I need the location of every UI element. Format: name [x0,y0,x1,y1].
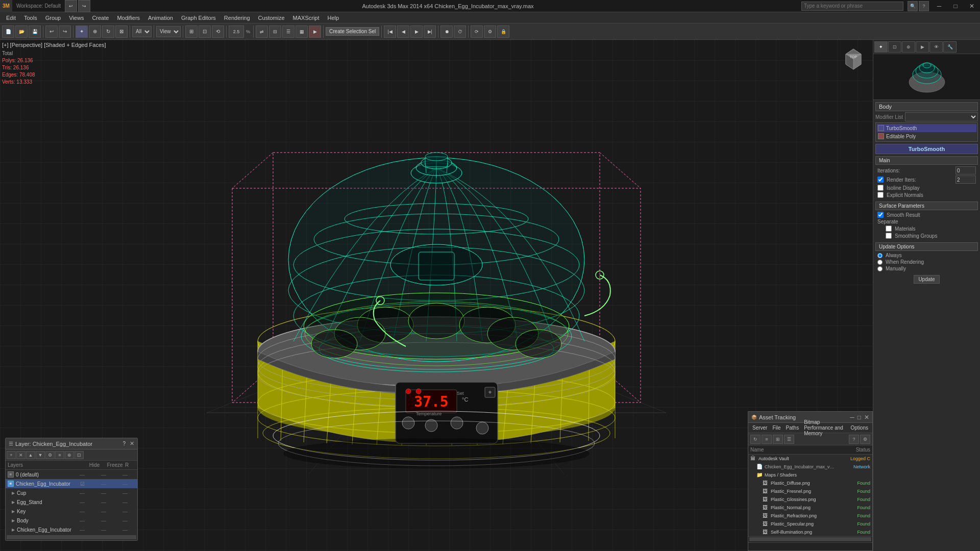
asset-maximize-btn[interactable]: □ [857,414,861,421]
layer-item-incubator[interactable]: ■ Chicken_Egg_Incubator ☑ — — [6,479,137,488]
layer-item-key[interactable]: ▶ Key — — — [6,507,137,516]
scale-btn[interactable]: ⊠ [115,26,128,38]
ts-materials-check[interactable] [886,226,892,232]
layers-scrollbar[interactable] [6,534,137,540]
percent-input[interactable]: 2.5 [229,26,244,38]
layers-title-bar[interactable]: ☰ Layer: Chicken_Egg_Incubator ? ✕ [6,438,137,449]
modifier-turbosmooth[interactable]: TurboSmooth [877,124,976,132]
menu-views[interactable]: Views [65,14,88,22]
asset-row-refraction[interactable]: 🖼 Plastic_Refraction.png Found [748,512,872,520]
asset-row-vault[interactable]: 🏛 Autodesk Vault Logged C [748,455,872,463]
menu-group[interactable]: Group [41,14,65,22]
time-config-btn[interactable]: ⏱ [454,26,466,38]
menu-animation[interactable]: Animation [144,14,177,22]
menu-help[interactable]: Help [324,14,344,22]
menu-customize[interactable]: Customize [254,14,289,22]
asset-row-selfillum[interactable]: 🖼 Self-illumination.png Found [748,528,872,536]
snap2d-btn[interactable]: ⊡ [199,26,211,38]
asset-row-fresnel[interactable]: 🖼 Plastic_Fresnel.png Found [748,487,872,495]
angle-snap-btn[interactable]: ⟲ [212,26,224,38]
rp-tab-motion[interactable]: ▶ [916,41,929,53]
asset-minimize-btn[interactable]: ─ [850,414,854,421]
asset-close-btn[interactable]: ✕ [864,414,869,421]
layer-btn[interactable]: ☰ [282,26,295,38]
move-btn[interactable]: ⊕ [89,26,101,38]
layer-move-down-btn[interactable]: ▼ [36,451,45,459]
layer-extra-btn[interactable]: ⊕ [65,451,74,459]
asset-menu-server[interactable]: Server [750,424,769,431]
rp-tab-modify[interactable]: ⊡ [888,41,901,53]
asset-row-glossines[interactable]: 🖼 Plastic_Glossines.png Found [748,495,872,504]
ts-manually-radio[interactable] [877,266,883,271]
layer-item-default[interactable]: ■ 0 (default) — — — [6,470,137,479]
search-icon[interactable]: 🔍 [908,1,918,11]
align-btn[interactable]: ⊟ [269,26,281,38]
menu-modifiers[interactable]: Modifiers [113,14,144,22]
layer-item-body[interactable]: ▶ Body — — — [6,516,137,525]
layer-extra2-btn[interactable]: ⊡ [75,451,84,459]
filter-select[interactable]: All [132,26,152,37]
extra-btn3[interactable]: 🔒 [497,26,509,38]
select-btn[interactable]: ✦ [76,26,88,38]
minimize-btn[interactable]: ─ [931,0,947,12]
ts-render-iters-check[interactable] [877,177,884,183]
ts-update-btn[interactable]: Update [914,275,939,284]
render-btn[interactable]: ▶ [309,26,321,38]
ts-iterations-input[interactable] [955,166,976,174]
extra-btn2[interactable]: ⚙ [484,26,496,38]
layer-new-btn[interactable]: + [7,451,16,459]
asset-menu-options[interactable]: Options [849,424,870,431]
asset-menu-file[interactable]: File [770,424,782,431]
rp-tab-create[interactable]: ✦ [874,41,888,53]
help-icon[interactable]: ? [919,1,929,11]
asset-details-btn[interactable]: ☰ [784,435,794,444]
prev-frame-btn[interactable]: ◀ [397,26,409,38]
create-selection-btn[interactable]: Create Selection Sel [326,27,379,36]
viewport[interactable]: [+] [Perspective] [Shaded + Edged Faces]… [0,40,873,551]
ts-always-radio[interactable] [877,253,883,258]
rotate-btn[interactable]: ↻ [102,26,114,38]
ts-explicit-check[interactable] [877,192,884,198]
anim-mode-btn[interactable]: ⏺ [440,26,453,38]
menu-create[interactable]: Create [88,14,113,22]
extra-btn1[interactable]: ⟳ [471,26,483,38]
asset-help-btn[interactable]: ? [849,435,859,444]
rp-tab-hierarchy[interactable]: ⊕ [902,41,915,53]
ts-isoline-check[interactable] [877,185,884,191]
layer-move-up-btn[interactable]: ▲ [26,451,35,459]
layers-help-btn[interactable]: ? [122,441,126,446]
asset-refresh-btn[interactable]: ↻ [750,435,761,444]
menu-edit[interactable]: Edit [2,14,20,22]
next-frame-btn[interactable]: ▶| [424,26,436,38]
menu-graph-editors[interactable]: Graph Editors [177,14,220,22]
layer-item-eggstand[interactable]: ▶ Egg_Stand — — — [6,497,137,507]
mirror-btn[interactable]: ⇌ [256,26,268,38]
redo-toolbar-btn[interactable]: ↪ [59,26,71,38]
layer-item-cup[interactable]: ▶ Cup — — — [6,488,137,497]
asset-row-specular[interactable]: 🖼 Plastic_Specular.png Found [748,520,872,528]
maximize-btn[interactable]: □ [947,0,964,12]
save-btn[interactable]: 💾 [29,26,41,38]
menu-tools[interactable]: Tools [20,14,41,22]
asset-row-maxfile[interactable]: 📄 Chicken_Egg_Incubator_max_vray.max Net… [748,463,872,471]
cube-navigation[interactable]: TOP [838,44,869,74]
view-select[interactable]: View [156,26,181,37]
menu-rendering[interactable]: Rendering [220,14,254,22]
layer-delete-btn[interactable]: ✕ [16,451,26,459]
asset-menu-paths[interactable]: Paths [784,424,801,431]
asset-settings-btn[interactable]: ⚙ [860,435,870,444]
render-setup-btn[interactable]: ▦ [296,26,308,38]
track-btn[interactable]: |◀ [384,26,396,38]
layer-item-chicken[interactable]: ▶ Chicken_Egg_Incubator — — — [6,525,137,534]
ts-smooth-result-check[interactable] [877,212,884,218]
undo-btn[interactable]: ↩ [65,0,77,12]
snap-btn[interactable]: ⊞ [185,26,198,38]
play-btn[interactable]: ▶ [410,26,423,38]
asset-scrollbar[interactable] [748,536,872,542]
menu-maxscript[interactable]: MAXScript [289,14,324,22]
ts-smoothing-check[interactable] [886,233,892,239]
close-btn[interactable]: ✕ [964,0,980,12]
modifier-editable-poly[interactable]: Editable Poly [877,132,976,140]
redo-btn[interactable]: ↪ [78,0,90,12]
rp-tab-utilities[interactable]: 🔧 [943,41,957,53]
